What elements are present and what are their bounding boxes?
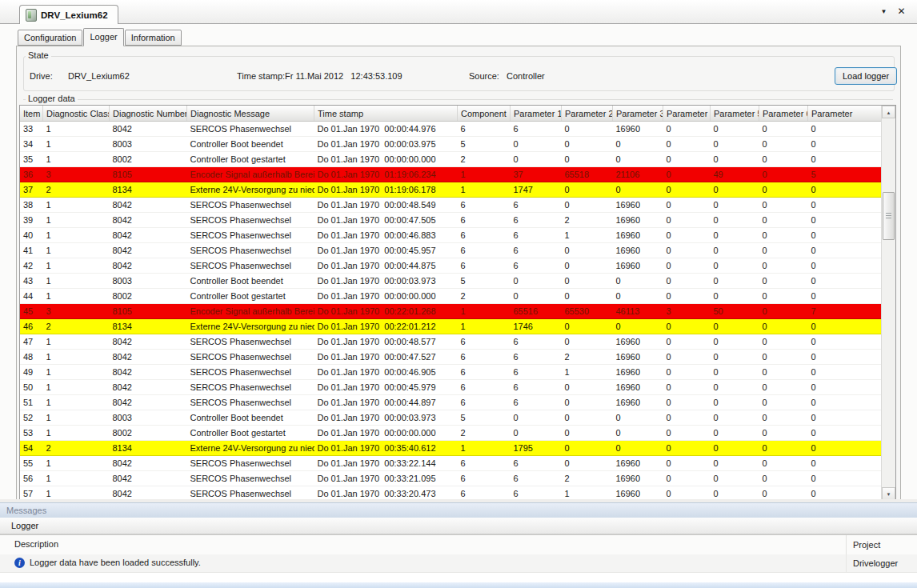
logger-row-35[interactable]: 3518002Controller Boot gestartetDo 01.Ja…: [20, 152, 892, 167]
cell-time-stamp: Do 01.Jan 1970 00:00:46.905: [314, 365, 458, 380]
vertical-scrollbar[interactable]: ▲ ▼: [881, 106, 895, 500]
logger-row-39[interactable]: 3918042SERCOS PhasenwechselDo 01.Jan 197…: [20, 213, 892, 228]
cell-parameter-2: 2: [562, 213, 613, 228]
cell-diagnostic-class: 2: [43, 441, 110, 456]
column-header-parameter-5[interactable]: Parameter 5: [711, 106, 759, 122]
logger-row-55[interactable]: 5518042SERCOS PhasenwechselDo 01.Jan 197…: [20, 456, 892, 471]
column-header-diagnostic-number[interactable]: Diagnostic Number: [110, 106, 187, 122]
logger-row-44[interactable]: 4418002Controller Boot gestartetDo 01.Ja…: [20, 289, 892, 304]
cell-component: 6: [458, 456, 511, 471]
cell-parameter-7: 0: [808, 137, 892, 152]
cell-time-stamp: Do 01.Jan 1970 00:00:48.549: [314, 198, 458, 213]
logger-row-33[interactable]: 3318042SERCOS PhasenwechselDo 01.Jan 197…: [20, 122, 892, 137]
cell-diagnostic-class: 1: [43, 198, 110, 213]
column-header-parameter-3[interactable]: Parameter 3: [613, 106, 663, 122]
logger-data-group-line: [23, 99, 893, 100]
cell-parameter-6: 0: [759, 365, 808, 380]
logger-row-41[interactable]: 4118042SERCOS PhasenwechselDo 01.Jan 197…: [20, 243, 892, 258]
column-header-time-stamp[interactable]: Time stamp: [314, 106, 458, 122]
column-header-parameter-2[interactable]: Parameter 2: [562, 106, 613, 122]
document-tab-drv-lexium62[interactable]: DRV_Lexium62: [19, 5, 118, 24]
logger-row-37[interactable]: 3728134Externe 24V-Versorgung zu niedrig…: [20, 182, 892, 198]
logger-row-49[interactable]: 4918042SERCOS PhasenwechselDo 01.Jan 197…: [20, 365, 892, 380]
cell-parameter-1: 6: [511, 213, 562, 228]
cell-diagnostic-class: 3: [43, 304, 110, 319]
cell-item: 41: [20, 243, 43, 258]
cell-item: 42: [20, 258, 43, 274]
logger-row-56[interactable]: 5618042SERCOS PhasenwechselDo 01.Jan 197…: [20, 471, 892, 486]
message-text: Logger data have been loaded successfull…: [30, 558, 201, 567]
cell-parameter-3: 0: [613, 137, 663, 152]
close-icon[interactable]: ✕: [895, 6, 907, 18]
column-header-component[interactable]: Component: [458, 106, 511, 122]
project-column-header[interactable]: Project: [846, 535, 917, 554]
logger-row-53[interactable]: 5318002Controller Boot gestartetDo 01.Ja…: [20, 426, 892, 441]
cell-parameter-6: 0: [759, 334, 808, 350]
scrollbar-thumb[interactable]: [883, 192, 895, 240]
cell-parameter-2: 0: [562, 380, 613, 395]
description-column-header[interactable]: Description: [14, 539, 58, 549]
logger-row-36[interactable]: 3638105Encoder Signal außerhalb BereichD…: [20, 167, 892, 182]
cell-diagnostic-class: 1: [43, 137, 110, 152]
cell-parameter-7: 0: [808, 198, 892, 213]
cell-diagnostic-number: 8042: [110, 334, 187, 350]
tab-logger[interactable]: Logger: [83, 28, 123, 46]
cell-diagnostic-class: 1: [43, 350, 110, 365]
cell-parameter-3: 16960: [613, 258, 663, 274]
logger-row-42[interactable]: 4218042SERCOS PhasenwechselDo 01.Jan 197…: [20, 258, 892, 274]
logger-row-50[interactable]: 5018042SERCOS PhasenwechselDo 01.Jan 197…: [20, 380, 892, 395]
logger-row-46[interactable]: 4628134Externe 24V-Versorgung zu niedrig…: [20, 319, 892, 334]
cell-parameter-1: 0: [511, 137, 562, 152]
cell-parameter-6: 0: [759, 380, 808, 395]
column-header-diagnostic-class[interactable]: Diagnostic Class: [43, 106, 110, 122]
cell-parameter-5: 0: [711, 410, 759, 426]
scroll-up-icon[interactable]: ▲: [882, 106, 895, 118]
cell-parameter-4: 0: [663, 471, 711, 486]
cell-time-stamp: Do 01.Jan 1970 00:33:21.095: [314, 471, 458, 486]
tab-information[interactable]: Information: [125, 30, 182, 46]
logger-row-40[interactable]: 4018042SERCOS PhasenwechselDo 01.Jan 197…: [20, 228, 892, 243]
column-header-parameter[interactable]: Parameter: [808, 106, 892, 122]
tab-configuration[interactable]: Configuration: [18, 30, 82, 46]
cell-parameter-6: 0: [759, 395, 808, 410]
cell-time-stamp: Do 01.Jan 1970 00:00:47.505: [314, 213, 458, 228]
logger-row-34[interactable]: 3418003Controller Boot beendetDo 01.Jan …: [20, 137, 892, 152]
cell-time-stamp: Do 01.Jan 1970 00:00:44.875: [314, 258, 458, 274]
cell-component: 1: [458, 182, 511, 198]
column-header-diagnostic-message[interactable]: Diagnostic Message: [187, 106, 314, 122]
message-row[interactable]: i Logger data have been loaded successfu…: [0, 554, 917, 573]
logger-row-52[interactable]: 5218003Controller Boot beendetDo 01.Jan …: [20, 410, 892, 426]
cell-parameter-4: 0: [663, 152, 711, 167]
column-header-parameter-6[interactable]: Parameter 6: [759, 106, 808, 122]
cell-diagnostic-class: 1: [43, 258, 110, 274]
cell-diagnostic-message: Controller Boot gestartet: [187, 426, 314, 441]
messages-panel-header[interactable]: Messages: [0, 502, 917, 518]
logger-row-38[interactable]: 3818042SERCOS PhasenwechselDo 01.Jan 197…: [20, 198, 892, 213]
tab-list-dropdown-icon[interactable]: ▼: [878, 6, 890, 18]
logger-row-47[interactable]: 4718042SERCOS PhasenwechselDo 01.Jan 197…: [20, 334, 892, 350]
logger-row-54[interactable]: 5428134Externe 24V-Versorgung zu niedrig…: [20, 441, 892, 456]
messages-logger-section-header[interactable]: Logger: [0, 518, 917, 534]
logger-row-43[interactable]: 4318003Controller Boot beendetDo 01.Jan …: [20, 274, 892, 289]
cell-parameter-4: 0: [663, 258, 711, 274]
logger-row-48[interactable]: 4818042SERCOS PhasenwechselDo 01.Jan 197…: [20, 350, 892, 365]
cell-component: 6: [458, 471, 511, 486]
cell-item: 52: [20, 410, 43, 426]
cell-parameter-3: 16960: [613, 198, 663, 213]
scroll-down-icon[interactable]: ▼: [882, 487, 895, 500]
cell-parameter-5: 0: [711, 350, 759, 365]
logger-row-51[interactable]: 5118042SERCOS PhasenwechselDo 01.Jan 197…: [20, 395, 892, 410]
cell-component: 6: [458, 350, 511, 365]
cell-time-stamp: Do 01.Jan 1970 01:19:06.234: [314, 167, 458, 182]
logger-row-45[interactable]: 4538105Encoder Signal außerhalb BereichD…: [20, 304, 892, 319]
cell-parameter-3: 21106: [613, 167, 663, 182]
column-header-item[interactable]: Item: [20, 106, 43, 122]
cell-diagnostic-number: 8042: [110, 258, 187, 274]
cell-time-stamp: Do 01.Jan 1970 00:00:46.883: [314, 228, 458, 243]
cell-parameter-3: 16960: [613, 380, 663, 395]
column-header-parameter-4[interactable]: Parameter 4: [663, 106, 711, 122]
load-logger-button[interactable]: Load logger: [835, 67, 897, 85]
cell-parameter-6: 0: [759, 122, 808, 137]
column-header-parameter-1[interactable]: Parameter 1: [511, 106, 562, 122]
message-project-value: Drivelogger: [846, 554, 917, 572]
